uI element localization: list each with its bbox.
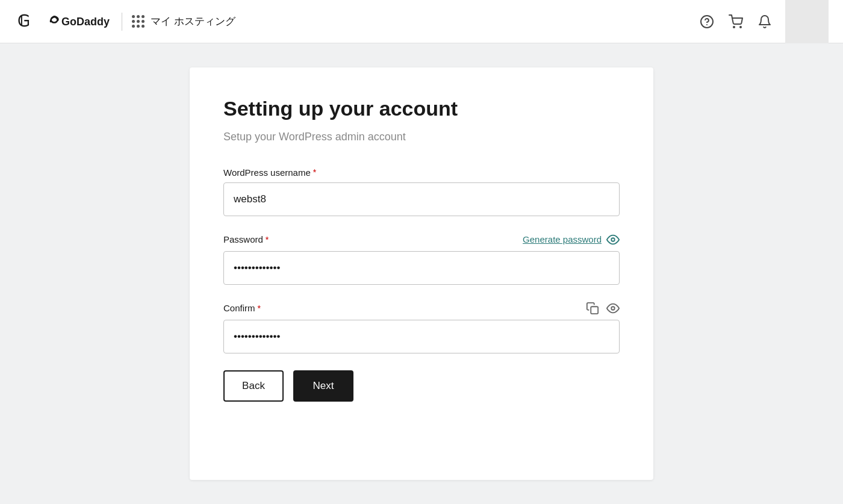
back-button[interactable]: Back bbox=[223, 370, 284, 402]
next-button[interactable]: Next bbox=[293, 370, 353, 402]
confirm-input[interactable] bbox=[223, 320, 620, 353]
copy-icon[interactable] bbox=[586, 302, 599, 315]
button-row: Back Next bbox=[223, 370, 620, 402]
card-subtitle: Setup your WordPress admin account bbox=[223, 131, 620, 143]
cart-icon[interactable] bbox=[727, 13, 744, 30]
confirm-field-group: Confirm * bbox=[223, 302, 620, 353]
svg-point-4 bbox=[733, 26, 735, 28]
header-divider bbox=[122, 13, 122, 31]
godaddy-wordmark-icon: GoDaddy bbox=[46, 12, 112, 31]
bell-icon[interactable] bbox=[756, 13, 773, 30]
confirm-label-row: Confirm * bbox=[223, 302, 620, 315]
generate-password-link[interactable]: Generate password bbox=[523, 233, 620, 246]
svg-point-8 bbox=[611, 306, 615, 310]
eye-toggle-icon[interactable] bbox=[606, 302, 620, 315]
password-required: * bbox=[266, 235, 269, 244]
svg-point-5 bbox=[740, 26, 741, 28]
main-content: Setting up your account Setup your WordP… bbox=[0, 43, 843, 504]
svg-text:𝔾: 𝔾 bbox=[17, 12, 30, 30]
header-right-icons bbox=[698, 0, 829, 43]
grid-icon[interactable] bbox=[132, 15, 145, 28]
confirm-label: Confirm * bbox=[223, 303, 261, 313]
svg-point-6 bbox=[611, 238, 615, 241]
nav-label[interactable]: マイ ホスティング bbox=[151, 14, 235, 28]
username-label: WordPress username * bbox=[223, 167, 620, 178]
godaddy-logo-icon: 𝔾 bbox=[14, 10, 39, 34]
svg-rect-7 bbox=[591, 306, 598, 314]
confirm-required: * bbox=[258, 303, 261, 313]
eye-icon bbox=[606, 233, 620, 246]
help-icon[interactable] bbox=[698, 13, 715, 30]
logo-area: 𝔾 GoDaddy bbox=[14, 10, 112, 34]
password-field-group: Password * Generate password bbox=[223, 233, 620, 285]
password-label: Password * bbox=[223, 234, 269, 244]
username-input[interactable] bbox=[223, 182, 620, 216]
header: 𝔾 GoDaddy マイ ホスティング bbox=[0, 0, 843, 43]
confirm-icons bbox=[586, 302, 620, 315]
svg-text:GoDaddy: GoDaddy bbox=[61, 16, 110, 28]
setup-card: Setting up your account Setup your WordP… bbox=[190, 67, 653, 480]
password-input[interactable] bbox=[223, 251, 620, 285]
password-label-row: Password * Generate password bbox=[223, 233, 620, 246]
username-required: * bbox=[313, 167, 316, 177]
card-title: Setting up your account bbox=[223, 96, 620, 121]
avatar[interactable] bbox=[785, 0, 829, 43]
username-field-group: WordPress username * bbox=[223, 167, 620, 216]
